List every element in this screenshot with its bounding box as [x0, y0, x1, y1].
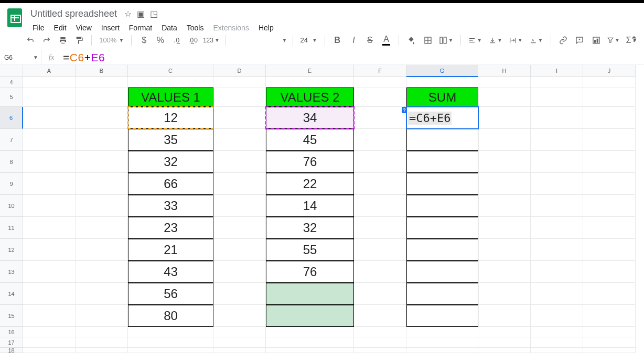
- text-color-button[interactable]: A: [379, 33, 393, 48]
- strike-button[interactable]: S: [363, 33, 377, 48]
- link-button[interactable]: [556, 33, 571, 48]
- more-formats-button[interactable]: 123▼: [202, 33, 220, 48]
- toolbar-expand-button[interactable]: [629, 35, 639, 44]
- col-header-D[interactable]: D: [213, 65, 266, 77]
- zoom-select[interactable]: 100%▼: [97, 36, 126, 44]
- filter-button[interactable]: ▼: [605, 33, 621, 48]
- chart-button[interactable]: [589, 33, 603, 48]
- italic-button[interactable]: I: [347, 33, 361, 48]
- cell-C12[interactable]: 21: [128, 239, 213, 261]
- col-header-A[interactable]: A: [23, 65, 76, 77]
- cell-G10[interactable]: [406, 195, 478, 217]
- comment-button[interactable]: [573, 33, 587, 48]
- merge-button[interactable]: ▼: [437, 33, 455, 48]
- paint-format-button[interactable]: [72, 33, 86, 48]
- svg-rect-15: [593, 37, 599, 43]
- row-header-12[interactable]: 12: [0, 239, 23, 261]
- fontsize-select[interactable]: 24▼: [298, 36, 319, 44]
- cell-E8[interactable]: 76: [266, 151, 354, 173]
- cell-G8[interactable]: [406, 151, 478, 173]
- cell-E7[interactable]: 45: [266, 129, 354, 151]
- row-header-7[interactable]: 7: [0, 129, 23, 151]
- cell-G7[interactable]: [406, 129, 478, 151]
- spreadsheet-grid[interactable]: ABCDEFGHIJ 456789101112131415161718 VALU…: [0, 65, 644, 363]
- cell-C6[interactable]: 12: [128, 107, 213, 129]
- cell-C7[interactable]: 35: [128, 129, 213, 151]
- cell-G11[interactable]: [406, 217, 478, 239]
- cell-E12[interactable]: 55: [266, 239, 354, 261]
- header-values1[interactable]: VALUES 1: [128, 87, 213, 107]
- col-header-E[interactable]: E: [266, 65, 354, 77]
- row-header-9[interactable]: 9: [0, 173, 23, 195]
- row-header-11[interactable]: 11: [0, 217, 23, 239]
- cell-E6[interactable]: 34: [266, 107, 354, 129]
- row-header-10[interactable]: 10: [0, 195, 23, 217]
- cell-E15[interactable]: [266, 305, 354, 327]
- select-all-corner[interactable]: [0, 65, 23, 77]
- doc-name[interactable]: Untitled spreadsheet: [28, 7, 119, 20]
- rotate-button[interactable]: A▼: [527, 33, 545, 48]
- name-box[interactable]: G6▼: [0, 50, 42, 64]
- row-header-5[interactable]: 5: [0, 87, 23, 107]
- star-icon[interactable]: ☆: [124, 9, 132, 19]
- cell-C10[interactable]: 33: [128, 195, 213, 217]
- col-header-I[interactable]: I: [531, 65, 583, 77]
- svg-rect-16: [594, 40, 595, 42]
- header-values2[interactable]: VALUES 2: [266, 87, 354, 107]
- row-header-8[interactable]: 8: [0, 151, 23, 173]
- col-header-J[interactable]: J: [583, 65, 636, 77]
- cell-E11[interactable]: 32: [266, 217, 354, 239]
- row-header-16[interactable]: 16: [0, 327, 23, 337]
- row-header-17[interactable]: 17: [0, 337, 23, 348]
- cell-C13[interactable]: 43: [128, 261, 213, 283]
- cell-C9[interactable]: 66: [128, 173, 213, 195]
- row-header-18[interactable]: 18: [0, 348, 23, 353]
- row-header-6[interactable]: 6: [0, 107, 23, 129]
- header-sum[interactable]: SUM: [406, 87, 478, 107]
- move-icon[interactable]: ▣: [137, 9, 145, 19]
- sheets-logo[interactable]: [4, 7, 25, 28]
- row-header-15[interactable]: 15: [0, 305, 23, 327]
- toolbar: 100%▼ $ % .0̲ .0̲0 123▼ ▼ 24▼ B I S A ▼ …: [0, 30, 644, 50]
- dec-increase-button[interactable]: .0̲0: [186, 33, 200, 48]
- dec-decrease-button[interactable]: .0̲: [169, 33, 184, 48]
- cell-E13[interactable]: 76: [266, 261, 354, 283]
- currency-button[interactable]: $: [137, 33, 151, 48]
- col-header-H[interactable]: H: [478, 65, 531, 77]
- cell-G12[interactable]: [406, 239, 478, 261]
- cell-editor[interactable]: =C6+E6: [408, 112, 452, 125]
- formula-input[interactable]: =C6+E6: [61, 51, 105, 64]
- cell-E9[interactable]: 22: [266, 173, 354, 195]
- font-select[interactable]: ▼: [231, 37, 287, 43]
- borders-button[interactable]: [421, 33, 435, 48]
- cell-C8[interactable]: 32: [128, 151, 213, 173]
- row-header-14[interactable]: 14: [0, 283, 23, 305]
- cell-C14[interactable]: 56: [128, 283, 213, 305]
- fill-color-button[interactable]: [404, 33, 418, 48]
- cell-G13[interactable]: [406, 261, 478, 283]
- cell-C11[interactable]: 23: [128, 217, 213, 239]
- cell-G9[interactable]: [406, 173, 478, 195]
- undo-button[interactable]: [23, 33, 37, 48]
- redo-button[interactable]: [39, 33, 53, 48]
- col-header-F[interactable]: F: [354, 65, 406, 77]
- cell-E14[interactable]: [266, 283, 354, 305]
- cell-G15[interactable]: [406, 305, 478, 327]
- wrap-button[interactable]: ▼: [507, 33, 525, 48]
- cell-G6-editing[interactable]: ?=C6+E6: [406, 107, 478, 129]
- col-header-B[interactable]: B: [76, 65, 128, 77]
- cloud-icon[interactable]: ◳: [150, 9, 158, 19]
- col-header-C[interactable]: C: [128, 65, 213, 77]
- print-button[interactable]: [56, 33, 70, 48]
- percent-button[interactable]: %: [153, 33, 167, 48]
- col-header-G[interactable]: G: [406, 65, 478, 77]
- row-header-13[interactable]: 13: [0, 261, 23, 283]
- cell-G14[interactable]: [406, 283, 478, 305]
- halign-button[interactable]: ▼: [466, 33, 485, 48]
- formula-hint-icon[interactable]: ?: [402, 107, 407, 113]
- row-header-4[interactable]: 4: [0, 77, 23, 87]
- cell-C15[interactable]: 80: [128, 305, 213, 327]
- cell-E10[interactable]: 14: [266, 195, 354, 217]
- valign-button[interactable]: ▼: [487, 33, 505, 48]
- bold-button[interactable]: B: [330, 33, 345, 48]
